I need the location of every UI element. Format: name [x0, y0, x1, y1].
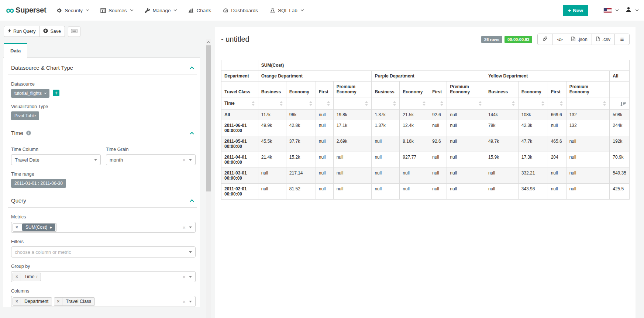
add-datasource-button[interactable]: +	[53, 90, 59, 96]
hamburger-icon: ≡	[620, 36, 624, 42]
view-query-button[interactable]: </>	[552, 34, 567, 45]
groupby-token: × Time i	[13, 273, 41, 281]
tab-data[interactable]: Data	[4, 43, 27, 58]
table-row: 2011-03-01 00:00:00null217.14nullnullnul…	[221, 168, 630, 184]
pivot-department-label: Department	[221, 71, 258, 82]
metric-pill[interactable]: SUM(Cost) ▸	[22, 224, 55, 231]
pivot-sort-header[interactable]	[548, 97, 566, 110]
nav-item-charts[interactable]: Charts	[188, 8, 211, 13]
chevron-down-icon	[44, 91, 47, 94]
pivot-cell: null	[447, 110, 485, 120]
chart-title[interactable]: - untitled	[221, 35, 249, 44]
scroll-up-button[interactable]	[206, 39, 211, 45]
sort-icon	[603, 101, 606, 106]
pivot-class-header: First	[429, 82, 447, 97]
nav-item-dashboards[interactable]: Dashboards	[223, 8, 258, 13]
nav-item-manage[interactable]: Manage	[145, 8, 177, 13]
plus-icon: +	[568, 8, 571, 13]
dropdown-arrow-icon	[189, 159, 192, 161]
remove-token-icon[interactable]: ×	[54, 298, 62, 305]
chevron-up-icon[interactable]	[190, 199, 194, 203]
chevron-up-icon[interactable]	[190, 132, 194, 136]
clear-icon[interactable]: ×	[182, 157, 186, 163]
pivot-sort-header[interactable]	[400, 97, 429, 110]
sort-icon	[309, 101, 313, 106]
keyboard-shortcuts-button[interactable]	[68, 26, 80, 37]
sort-icon	[541, 101, 545, 106]
pivot-cell: 42.3k	[518, 120, 548, 136]
pivot-sort-header-time[interactable]: Time	[221, 97, 258, 110]
pivot-class-header-blank	[610, 82, 630, 97]
pivot-sort-header[interactable]	[518, 97, 548, 110]
file-csv-icon	[596, 37, 600, 42]
chart-container: - untitled 26 rows 00:00:00.93 </> .json	[215, 27, 636, 318]
pivot-sort-header[interactable]	[566, 97, 610, 110]
section-datasource-chart-type: Datasource & Chart Type Datasource tutor…	[8, 64, 197, 120]
flask-icon	[270, 8, 275, 13]
pivot-cell: 343.98	[518, 184, 548, 200]
remove-token-icon[interactable]: ×	[13, 273, 21, 281]
remove-token-icon[interactable]: ×	[13, 298, 21, 305]
sort-icon	[560, 101, 563, 106]
metrics-select[interactable]: × SUM(Cost) ▸ ×	[11, 222, 196, 233]
chevron-up-icon[interactable]	[190, 66, 194, 70]
clear-all-icon[interactable]: ×	[182, 274, 186, 280]
filters-label: Filters	[11, 239, 196, 244]
time-column-select[interactable]: Travel Date	[11, 154, 101, 165]
pivot-cell: null	[400, 184, 429, 200]
pivot-cell: 19.8k	[333, 110, 372, 120]
groupby-select[interactable]: × Time i ×	[11, 271, 196, 282]
panel-scrollbar	[206, 39, 211, 318]
filters-placeholder: choose a column or metric	[15, 249, 71, 255]
pivot-cell: null	[566, 168, 610, 184]
pivot-sort-header[interactable]	[429, 97, 447, 110]
scrollbar-thumb[interactable]	[206, 45, 211, 191]
wrench-icon	[145, 8, 150, 13]
time-range-pill[interactable]: 2011-01-01 : 2011-06-30	[11, 179, 66, 188]
pivot-sort-header[interactable]	[372, 97, 400, 110]
nav-item-sql-lab[interactable]: SQL Lab	[270, 8, 303, 13]
panel-body: Datasource & Chart Type Datasource tutor…	[3, 58, 200, 307]
pivot-cell: null	[333, 184, 372, 200]
nav-item-sources[interactable]: Sources	[100, 8, 133, 13]
nav-item-security[interactable]: Security	[56, 8, 89, 13]
pivot-cell: 669.6	[548, 110, 566, 120]
results-header: - untitled 26 rows 00:00:00.93 </> .json	[221, 32, 630, 45]
time-grain-select[interactable]: month ×	[106, 154, 196, 165]
columns-select[interactable]: × Department × Travel Class ×	[11, 296, 196, 307]
remove-token-icon[interactable]: ×	[13, 224, 21, 231]
viz-type-pill[interactable]: Pivot Table	[11, 111, 39, 120]
filters-select[interactable]: choose a column or metric	[11, 246, 196, 257]
pivot-department-row: DepartmentOrange DepartmentPurple Depart…	[221, 71, 630, 82]
pivot-sort-header[interactable]	[258, 97, 286, 110]
pivot-cell: null	[372, 152, 400, 168]
pivot-sort-header-all[interactable]	[610, 97, 630, 110]
pivot-class-header: Premium Economy	[447, 82, 485, 97]
datasource-pill[interactable]: tutorial_flights	[11, 89, 49, 98]
run-query-button[interactable]: Run Query	[4, 26, 39, 37]
pivot-cell: null	[429, 120, 447, 136]
time-grain-label: Time Grain	[106, 147, 196, 152]
language-selector[interactable]	[604, 8, 618, 13]
clear-all-icon[interactable]: ×	[182, 225, 186, 230]
pivot-sort-header[interactable]	[447, 97, 485, 110]
pivot-sort-header[interactable]	[286, 97, 316, 110]
pivot-sort-header[interactable]	[333, 97, 372, 110]
pivot-cell: 192k	[610, 136, 630, 152]
pivot-sort-header[interactable]	[485, 97, 518, 110]
pivot-cell: 21.4k	[258, 152, 286, 168]
groupby-label: Group by	[11, 264, 196, 269]
clear-all-icon[interactable]: ×	[182, 299, 186, 304]
pivot-cell: 12.4k	[400, 120, 429, 136]
pivot-sort-header[interactable]	[316, 97, 333, 110]
user-menu[interactable]	[626, 7, 638, 14]
share-link-button[interactable]	[537, 34, 552, 45]
new-button[interactable]: + New	[563, 5, 588, 16]
export-csv-button[interactable]: .csv	[592, 34, 615, 45]
columns-token: × Travel Class	[54, 297, 95, 306]
save-button[interactable]: Save	[39, 26, 65, 37]
export-json-button[interactable]: .json	[567, 34, 592, 45]
chart-menu-button[interactable]: ≡	[614, 34, 630, 45]
pivot-row-label: 2011-04-01 00:00:00	[221, 152, 258, 168]
superset-logo[interactable]: ∞ Superset	[6, 6, 46, 15]
